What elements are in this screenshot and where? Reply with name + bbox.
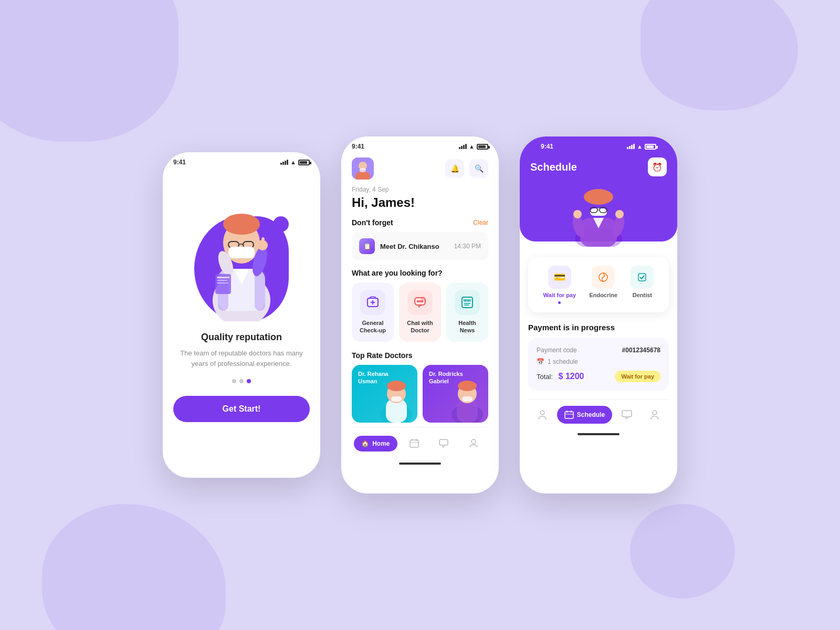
- time-1: 9:41: [173, 159, 186, 166]
- doctor-1-figure: [375, 370, 417, 423]
- time-3: 9:41: [541, 143, 553, 150]
- schedule-icon-button[interactable]: ⏰: [648, 158, 667, 176]
- svg-point-53: [471, 439, 476, 444]
- svg-text:NEWS: NEWS: [464, 299, 472, 302]
- status-bar-2: 9:41 ▲: [341, 136, 499, 153]
- date-label: Friday, 4 Sep: [352, 186, 488, 193]
- action-general-checkup[interactable]: General Check-up: [352, 282, 394, 342]
- svg-rect-47: [462, 396, 472, 402]
- top-doctors-label: Top Rate Doctors: [352, 351, 488, 360]
- action-chat-doctor[interactable]: + Chat with Doctor: [399, 282, 441, 342]
- svg-rect-59: [590, 208, 607, 216]
- svg-rect-52: [439, 439, 448, 445]
- payment-total-row: Total: $ 1200 Wait for pay: [537, 371, 660, 382]
- nav3-schedule[interactable]: Schedule: [557, 406, 612, 424]
- chat-icon: [438, 438, 449, 450]
- phone-1-body: Quality reputation The team of reputable…: [163, 169, 320, 474]
- svg-point-29: [419, 300, 421, 302]
- service-tab-wait-pay[interactable]: 💳 Wait for pay: [543, 266, 576, 304]
- general-checkup-icon: [360, 290, 385, 315]
- total-label: Total:: [537, 373, 553, 381]
- schedule-nav-icon: [564, 410, 574, 419]
- bg-blob-2: [42, 504, 226, 630]
- chat-doctor-label: Chat with Doctor: [404, 319, 436, 334]
- get-start-button[interactable]: Get Start!: [173, 396, 310, 422]
- svg-rect-15: [261, 237, 265, 246]
- phones-container: 9:41 ▲: [163, 136, 677, 494]
- nav3-profile[interactable]: [529, 405, 555, 425]
- total-amount: $ 1200: [559, 372, 584, 381]
- doctors-row: Dr. RehanaUsman Dr. RodricksGabriel: [352, 365, 488, 423]
- bottom-nav-2: 🏠 Home: [352, 427, 488, 457]
- nav-chat[interactable]: [431, 434, 456, 454]
- payment-schedule-row: 📅 1 schedule: [537, 358, 660, 365]
- health-news-icon: NEWS: [455, 290, 480, 315]
- doctor-card-1[interactable]: Dr. RehanaUsman: [352, 365, 417, 423]
- schedule-header-section: 9:41 ▲ Schedule ⏰: [520, 136, 677, 242]
- phone-2: 9:41 ▲ 🔔: [341, 136, 499, 494]
- active-tab-dot: [558, 301, 561, 304]
- nav3-chat[interactable]: [614, 405, 640, 425]
- dot-3: [247, 379, 251, 383]
- quick-actions: General Check-up +: [352, 282, 488, 342]
- svg-point-41: [387, 381, 406, 391]
- schedule-icon: 📅: [537, 358, 544, 365]
- signal-icon-2: [459, 144, 467, 149]
- notification-button[interactable]: 🔔: [445, 159, 464, 178]
- service-tab-endocrine[interactable]: Endocrine: [589, 266, 617, 304]
- schedule-count: 1 schedule: [548, 358, 578, 365]
- svg-point-69: [540, 411, 544, 415]
- svg-point-75: [653, 411, 657, 415]
- wifi-icon-3: ▲: [637, 143, 643, 150]
- service-tab-dentist[interactable]: Dentist: [631, 266, 654, 304]
- profile-icon-3: [537, 409, 548, 421]
- status-icons-2: ▲: [459, 143, 488, 150]
- doctor-figure-svg: [200, 185, 284, 321]
- nav3-user[interactable]: [642, 405, 668, 425]
- phone-3-body: 💳 Wait for pay Endocrine: [520, 242, 677, 428]
- svg-rect-68: [638, 274, 646, 281]
- payment-code-value: #0012345678: [622, 346, 660, 354]
- reminder-card[interactable]: 📋 Meet Dr. Chikanso 14:30 PM: [352, 232, 488, 260]
- svg-point-46: [458, 381, 477, 391]
- status-icons-1: ▲: [280, 159, 310, 165]
- wait-pay-icon: 💳: [548, 266, 571, 289]
- reminder-name: Meet Dr. Chikanso: [380, 243, 439, 250]
- battery-icon-2: [477, 144, 488, 150]
- battery-icon-3: [645, 144, 656, 150]
- general-checkup-label: General Check-up: [357, 319, 388, 334]
- svg-point-58: [584, 189, 613, 205]
- health-news-label: Health News: [452, 319, 483, 334]
- clear-button[interactable]: Clear: [473, 219, 488, 226]
- svg-rect-11: [228, 247, 255, 258]
- nav-profile[interactable]: [461, 434, 486, 454]
- phone-3: 9:41 ▲ Schedule ⏰: [520, 136, 677, 494]
- battery-icon-1: [298, 160, 310, 165]
- nav3-schedule-label: Schedule: [577, 411, 605, 418]
- nav-calendar[interactable]: [402, 434, 427, 454]
- bg-blob-3: [640, 0, 798, 110]
- time-2: 9:41: [352, 143, 364, 150]
- signal-icon-1: [280, 160, 288, 165]
- svg-point-28: [417, 300, 419, 302]
- svg-rect-42: [391, 396, 402, 402]
- phone-1-description: The team of reputable doctors has many y…: [173, 348, 310, 369]
- dont-forget-label: Don't forget: [352, 218, 393, 227]
- reminder-icon: 📋: [359, 238, 375, 254]
- phone-1-title: Quality reputation: [201, 332, 282, 343]
- search-button[interactable]: 🔍: [469, 159, 488, 178]
- chat-icon-3: [621, 409, 633, 421]
- avatar-svg: [352, 158, 374, 180]
- nav-home-label: Home: [372, 440, 390, 447]
- wifi-icon-2: ▲: [469, 143, 475, 150]
- wifi-icon-1: ▲: [290, 159, 296, 165]
- nav-home[interactable]: 🏠 Home: [354, 436, 397, 452]
- total-label-group: Total: $ 1200: [537, 372, 584, 381]
- user-avatar[interactable]: [352, 158, 374, 180]
- doctor-card-2[interactable]: Dr. RodricksGabriel: [423, 365, 488, 423]
- svg-rect-74: [622, 411, 632, 417]
- wait-pay-label: Wait for pay: [543, 292, 576, 298]
- action-health-news[interactable]: NEWS Health News: [446, 282, 488, 342]
- status-bar-3: 9:41 ▲: [530, 136, 667, 153]
- dot-2: [239, 379, 244, 383]
